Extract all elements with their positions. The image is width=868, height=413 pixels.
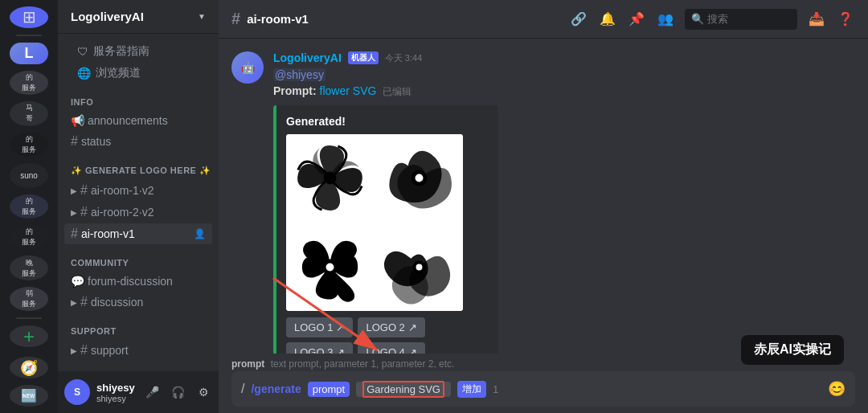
input-badge: 增加 [457, 381, 486, 398]
chevron-down-icon: ▼ [198, 12, 206, 21]
logo-1-image [286, 134, 374, 222]
prompt-label: Prompt: [273, 84, 317, 97]
forum-icon: 💬 [71, 275, 84, 288]
server-de-fuwu-3[interactable]: 的服务 [10, 194, 48, 219]
download-button[interactable]: 🆕 [10, 385, 48, 407]
channel-ai-room-2-v2[interactable]: ▶ # ai-room-2·v2 [64, 202, 212, 223]
external-link-icon-2: ↗ [408, 321, 417, 333]
hash-icon-5: # [80, 295, 88, 309]
channel-support[interactable]: ▶ # support [64, 340, 212, 361]
server-mage[interactable]: 马哥 [10, 101, 48, 125]
collapsed-icon-2: ▶ [71, 208, 77, 217]
settings-icon[interactable]: ⚙ [193, 381, 215, 403]
input-value-text: Gardening SVG [356, 382, 451, 397]
server-icon-bar: ⊞ L 的服务 马哥 的服务 suno 的服务 的服务 晚服务 弱服务 + 🧭 … [0, 0, 58, 413]
command-text: /generate [251, 382, 301, 395]
server-suno[interactable]: suno [10, 163, 48, 187]
pin-icon[interactable]: 📌 [627, 10, 646, 29]
user-panel: S shiyesy shiyesy 🎤 🎧 ⚙ [58, 371, 219, 413]
bell-slash-icon[interactable]: 🔔 [598, 10, 617, 29]
server-logolivery[interactable]: L [10, 43, 48, 64]
help-icon[interactable]: ❓ [836, 10, 855, 29]
home-button[interactable]: ⊞ [10, 6, 48, 28]
main-content: # ai-room-v1 🔗 🔔 📌 👥 🔍 搜索 📥 ❓ 🤖 [219, 0, 868, 413]
avatar: S [64, 379, 90, 405]
svg-point-4 [416, 174, 424, 182]
headphones-icon[interactable]: 🎧 [167, 381, 190, 403]
separator-2 [16, 317, 42, 319]
section-community: COMMUNITY [58, 245, 219, 271]
username: shiyesy [96, 382, 135, 394]
user-status: shiyesy [96, 394, 135, 403]
prompt-hint-text: text prompt, parameter 1, parameter 2, e… [271, 358, 455, 370]
section-generate: ✨ GENERATE LOGO HERE ✨ [58, 153, 219, 179]
shield-icon: 🛡 [77, 45, 88, 58]
logo-2-button[interactable]: LOGO 2 ↗ [358, 317, 424, 337]
mention: @shiyesy [273, 68, 326, 81]
collapsed-icon-3: ▶ [71, 298, 77, 307]
server-de-fuwu-4[interactable]: 的服务 [10, 225, 48, 249]
channel-announcements[interactable]: 📢 announcements [64, 111, 212, 130]
channel-ai-room-v1[interactable]: # ai-room-v1 👤 [64, 223, 212, 244]
search-bar[interactable]: 🔍 搜索 [685, 9, 797, 30]
param-badge: prompt [308, 382, 350, 397]
badge-suffix: 1 [493, 383, 498, 395]
channel-forum-discussion[interactable]: 💬 forum-discussion [64, 272, 212, 291]
mic-icon[interactable]: 🎤 [141, 381, 164, 403]
channel-header: # ai-room-v1 🔗 🔔 📌 👥 🔍 搜索 📥 ❓ [219, 0, 868, 39]
explore-button[interactable]: 🧭 [10, 357, 48, 378]
emoji-picker-button[interactable]: 😊 [828, 380, 845, 398]
hash-header-icon[interactable]: 🔗 [569, 10, 588, 29]
generated-embed: Generated! [273, 105, 498, 354]
logo-4-image [375, 223, 463, 311]
sidebar: LogoliveryAI ▼ 🛡 服务器指南 🌐 浏览频道 INFO 📢 ann… [58, 0, 219, 413]
message-header: LogoliveryAI 机器人 今天 3:44 [273, 51, 855, 64]
sidebar-item-guide[interactable]: 🛡 服务器指南 [64, 41, 212, 62]
external-link-icon: ↗ [336, 321, 345, 333]
message-input-box[interactable]: / /generate prompt Gardening SVG 增加 1 😊 [231, 371, 855, 407]
megaphone-icon: 📢 [71, 114, 84, 127]
hash-icon-6: # [80, 343, 88, 358]
server-wan-fuwu[interactable]: 晚服务 [10, 256, 48, 280]
messages-area: 🤖 LogoliveryAI 机器人 今天 3:44 @shiyesy Prom… [219, 39, 868, 354]
add-server-button[interactable]: + [10, 325, 48, 347]
edit-label: 已编辑 [383, 86, 411, 97]
channel-header-left: # ai-room-v1 [231, 10, 309, 28]
collapsed-icon-4: ▶ [71, 346, 77, 355]
browse-icon: 🌐 [77, 67, 91, 80]
member-icon: 👤 [194, 228, 206, 239]
external-link-icon-4: ↗ [408, 346, 417, 354]
embed-title: Generated! [286, 115, 489, 128]
prompt-value: flower SVG [320, 84, 377, 97]
message-time: 今天 3:44 [385, 52, 422, 64]
logo-image-grid [286, 134, 463, 311]
channel-status[interactable]: # status [64, 131, 212, 152]
input-area: prompt text prompt, parameter 1, paramet… [219, 354, 868, 413]
logo-1-button[interactable]: LOGO 1 ↗ [286, 317, 353, 337]
channel-hash-icon: # [231, 10, 240, 28]
members-icon[interactable]: 👥 [656, 10, 675, 29]
server-de-fuwu-2[interactable]: 的服务 [10, 133, 48, 157]
svg-point-7 [326, 264, 334, 272]
sidebar-content: 🛡 服务器指南 🌐 浏览频道 INFO 📢 announcements # st… [58, 34, 219, 371]
server-ruo-fuwu[interactable]: 弱服务 [10, 287, 48, 311]
hash-icon-4: # [71, 227, 78, 241]
search-icon: 🔍 [691, 13, 704, 25]
message-content: @shiyesy Prompt: flower SVG 已编辑 [273, 67, 855, 99]
message-item: 🤖 LogoliveryAI 机器人 今天 3:44 @shiyesy Prom… [231, 51, 855, 354]
server-name-header[interactable]: LogoliveryAI ▼ [58, 0, 219, 34]
hash-icon: # [71, 134, 78, 149]
separator [16, 35, 42, 36]
logo-4-button[interactable]: LOGO 4 ↗ [358, 342, 424, 354]
server-de-fuwu-1[interactable]: 的服务 [10, 71, 48, 95]
channel-discussion[interactable]: ▶ # discussion [64, 292, 212, 313]
slash-icon: / [241, 382, 244, 396]
hash-icon-2: # [80, 183, 88, 198]
logo-3-button[interactable]: LOGO 3 ↗ [286, 342, 353, 354]
inbox-icon[interactable]: 📥 [807, 10, 826, 29]
external-link-icon-3: ↗ [336, 346, 345, 354]
svg-point-10 [416, 264, 423, 271]
message-author: LogoliveryAI [273, 51, 342, 64]
sidebar-item-browse[interactable]: 🌐 浏览频道 [64, 63, 212, 84]
channel-ai-room-1-v2[interactable]: ▶ # ai-room-1·v2 [64, 180, 212, 201]
